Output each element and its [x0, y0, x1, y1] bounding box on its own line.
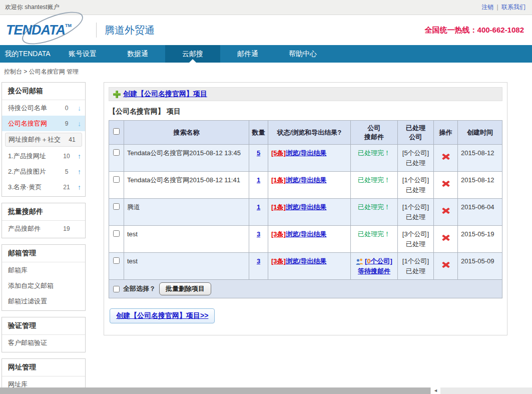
col-header-quantity: 数量 [249, 121, 268, 145]
search-status: 已处理完！ [358, 176, 390, 184]
row-checkbox[interactable] [113, 257, 120, 264]
header-select-checkbox[interactable] [113, 128, 120, 135]
batch-delete-button[interactable]: 批量删除项目 [159, 282, 211, 295]
contact-link[interactable]: 联系我们 [501, 4, 525, 11]
item-count: 5 [60, 168, 73, 175]
processed-label: 已处理 [401, 158, 430, 168]
item-count: 19 [60, 225, 73, 232]
col-header-operation: 操作 [434, 121, 458, 145]
brand-header: TENDATA TM 腾道外贸通 全国统一热线：400-662-1082 [0, 15, 532, 45]
processed-count: [5个公司] [401, 148, 430, 158]
item-count: 10 [60, 153, 73, 160]
table-title: 【公司名搜官网】 项目 [109, 107, 502, 116]
horizontal-scrollbar[interactable]: ◄ [0, 387, 532, 394]
created-date: 2015-05-09 [458, 253, 502, 280]
quantity-link[interactable]: 5 [257, 149, 260, 157]
row-checkbox[interactable] [113, 230, 120, 237]
logout-link[interactable]: 注销 [481, 4, 493, 11]
sidebar-item-pending-company-list[interactable]: 待搜公司名单 0 ↓ [2, 100, 85, 116]
sidebar-item-product-search-url[interactable]: 1.产品搜网址 10 ↑ [2, 148, 85, 164]
result-count-link[interactable]: [1条] [271, 176, 286, 184]
processed-count: [1个公司] [401, 202, 430, 212]
sidebar-item-company-name-search[interactable]: 公司名搜官网 9 ↓ [2, 116, 85, 131]
sidebar: 搜公司邮箱 待搜公司名单 0 ↓ 公司名搜官网 9 ↓ 网址搜邮件＋社交 41 … [2, 82, 86, 394]
result-count-link[interactable]: [3条] [271, 230, 286, 238]
down-arrow-icon: ↓ [73, 104, 81, 112]
scrollbar-left-arrow-icon[interactable]: ◄ [430, 387, 440, 394]
quantity-link[interactable]: 3 [257, 257, 260, 265]
delete-icon[interactable] [442, 180, 450, 188]
search-status: 已处理完！ [358, 230, 390, 238]
delete-icon[interactable] [442, 153, 450, 161]
result-count-link[interactable]: [3条] [271, 257, 286, 265]
quantity-link[interactable]: 3 [257, 230, 260, 238]
logo-text: TENDATA [6, 23, 65, 38]
people-icon [356, 258, 364, 264]
nav-tab-datatong[interactable]: 数据通 [110, 45, 165, 63]
select-all-label: 全部选择？ [123, 284, 156, 293]
breadcrumb: 控制台 > 公司名搜官网 管理 [0, 63, 532, 82]
browse-export-link[interactable]: 浏览/导出结果 [286, 230, 327, 238]
down-arrow-icon: ↓ [73, 120, 81, 128]
browse-export-link[interactable]: 浏览/导出结果 [286, 176, 327, 184]
waiting-search-email-link[interactable]: 等待搜邮件 [358, 267, 390, 275]
result-count-link[interactable]: [5条] [271, 149, 286, 157]
create-project-button[interactable]: 创建【公司名搜官网】项目>> [110, 308, 215, 323]
sidebar-section-search-company-email: 搜公司邮箱 待搜公司名单 0 ↓ 公司名搜官网 9 ↓ 网址搜邮件＋社交 41 … [2, 82, 86, 197]
nav-tab-mailtong[interactable]: 邮件通 [220, 45, 275, 63]
project-name: 腾道 [124, 199, 249, 226]
delete-icon[interactable] [442, 261, 450, 269]
topbar-separator: | [497, 4, 498, 11]
plus-icon [113, 91, 121, 98]
sidebar-item-customer-email-verification[interactable]: 客户邮箱验证 [2, 335, 85, 350]
sidebar-item-mailbox-filter-settings[interactable]: 邮箱过滤设置 [2, 293, 85, 309]
hotline-text: 全国统一热线：400-662-1082 [425, 26, 526, 35]
page: 欢迎你 shantest账户 注销 | 联系我们 TENDATA TM 腾道外贸… [0, 0, 532, 394]
nav-tab-account-settings[interactable]: 账号设置 [55, 45, 110, 63]
sidebar-section-title: 网址管理 [2, 359, 85, 376]
quantity-link[interactable]: 1 [257, 203, 260, 211]
create-project-link[interactable]: 创建【公司名搜官网】项目 [123, 90, 207, 99]
product-name: 腾道外贸通 [105, 24, 155, 37]
result-count-link[interactable]: [1条] [271, 203, 286, 211]
waiting-company-count-link[interactable]: [0个公司] [365, 256, 392, 266]
search-status: 已处理完！ [358, 149, 390, 157]
project-name: test [124, 226, 249, 253]
sidebar-item-mailbox-library[interactable]: 邮箱库 [2, 262, 85, 278]
scrollbar-thumb[interactable] [0, 387, 430, 394]
delete-icon[interactable] [442, 207, 450, 215]
row-checkbox[interactable] [113, 203, 120, 210]
browse-export-link[interactable]: 浏览/导出结果 [286, 149, 327, 157]
created-date: 2015-08-12 [458, 172, 502, 199]
table-row: test 3 [3条]浏览/导出结果 已处理完！ [3个公司] 已处理 2015… [109, 226, 502, 253]
processed-label: 已处理 [401, 185, 430, 195]
logo: TENDATA TM [6, 19, 91, 42]
item-count: 0 [60, 105, 73, 112]
sidebar-item-url-search-email-social[interactable]: 网址搜邮件＋社交 41 [5, 133, 82, 147]
browse-export-link[interactable]: 浏览/导出结果 [286, 203, 327, 211]
col-header-created-time: 创建时间 [458, 121, 502, 145]
processed-count: [3个公司] [401, 229, 430, 239]
nav-tab-my-tendata[interactable]: 我的TENDATA [0, 45, 55, 63]
created-date: 2015-05-19 [458, 226, 502, 253]
sidebar-section-batch-search-email: 批量搜邮件 产品搜邮件 19 [2, 203, 86, 238]
nav-tab-cloud-mail-search[interactable]: 云邮搜 [165, 45, 220, 63]
up-arrow-icon: ↑ [73, 168, 81, 176]
header-divider [96, 23, 97, 38]
row-checkbox[interactable] [113, 149, 120, 156]
nav-tab-help-center[interactable]: 帮助中心 [275, 45, 330, 63]
delete-icon[interactable] [442, 234, 450, 242]
sidebar-section-title: 邮箱管理 [2, 245, 85, 262]
table-row: Tendata公司名搜官网2015-08-12 11:41 1 [1条]浏览/导… [109, 172, 502, 199]
row-checkbox[interactable] [113, 176, 120, 183]
sidebar-item-add-custom-mailbox[interactable]: 添加自定义邮箱 [2, 278, 85, 293]
sidebar-item-product-search-email[interactable]: 产品搜邮件 19 [2, 221, 85, 236]
sidebar-section-verification-management: 验证管理 客户邮箱验证 [2, 317, 86, 352]
browse-export-link[interactable]: 浏览/导出结果 [286, 257, 327, 265]
sidebar-item-directory-yellowpages[interactable]: 3.名录·黄页 21 ↑ [2, 179, 85, 195]
item-count: 21 [60, 184, 73, 191]
sidebar-item-product-search-image[interactable]: 2.产品搜图片 5 ↑ [2, 164, 85, 179]
created-date: 2015-06-04 [458, 199, 502, 226]
select-all-checkbox[interactable] [113, 286, 120, 292]
quantity-link[interactable]: 1 [257, 176, 260, 184]
